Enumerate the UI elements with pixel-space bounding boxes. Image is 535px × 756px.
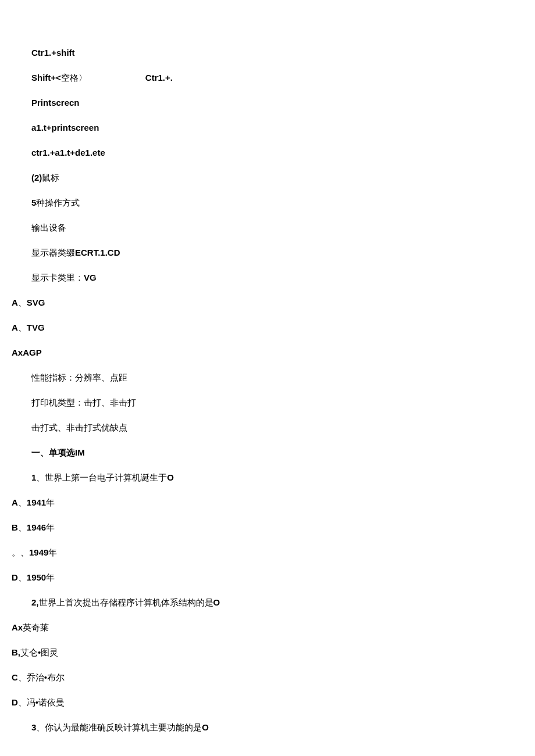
text-line: B、 1946年 (12, 521, 523, 533)
text-line: ctr1.+a1.t+de1.ete (12, 146, 523, 159)
text-span: (2) (31, 171, 42, 184)
text-line: AxAGP (12, 346, 523, 359)
text-span: SVG (27, 296, 45, 309)
text-span: 。、 (12, 546, 29, 558)
text-span: 、乔治•布尔 (18, 671, 65, 683)
text-span: Shift+< (31, 71, 61, 84)
text-line: 2,世界上首次提出存储程序计算机体系结构的是O (12, 596, 523, 608)
document-page: Ctr1.+shiftShift+<空格〉Ctr1.+.Printscrecna… (0, 0, 535, 756)
text-line: D、冯•诺依曼 (12, 696, 523, 708)
text-line: 击打式、非击打式优缺点 (12, 421, 523, 433)
text-line: 性能指标：分辨率、点距 (12, 371, 523, 384)
text-span: B, (12, 646, 20, 658)
text-span: 击打式、非击打式优缺点 (31, 421, 127, 433)
text-span: IM (75, 446, 85, 458)
text-span: 1946 (27, 521, 46, 533)
text-line: 输出设备 (12, 221, 523, 234)
text-span: 、冯•诺依曼 (18, 696, 65, 708)
text-line: 1、世界上第一台电子计算机诞生于O (12, 471, 523, 483)
text-line: Shift+<空格〉Ctr1.+. (12, 71, 523, 84)
text-span: 、 (18, 571, 27, 583)
text-span: AxAGP (12, 346, 42, 359)
text-span: O (202, 721, 209, 733)
text-span: 、 (18, 521, 27, 533)
text-span: 、 (18, 496, 27, 508)
text-span: 输出设备 (31, 221, 66, 234)
text-line: Ax英奇莱 (12, 621, 523, 633)
text-span: 年 (46, 496, 55, 508)
text-span: ECRT.1.CD (75, 246, 120, 259)
text-span: 2, (31, 596, 39, 608)
text-line: A、TVG (12, 321, 523, 334)
text-span: O (167, 471, 174, 483)
text-span: A (12, 496, 18, 508)
text-span: O (213, 596, 220, 608)
text-span: 性能指标：分辨率、点距 (31, 371, 127, 384)
text-span: 年 (46, 571, 55, 583)
text-line: C、乔治•布尔 (12, 671, 523, 683)
text-span: 艾仑•图灵 (20, 646, 58, 658)
text-line: 5种操作方式 (12, 196, 523, 209)
text-span: 〉 (79, 71, 87, 84)
text-span: A (12, 321, 18, 334)
text-span: 英奇莱 (23, 621, 49, 633)
text-span: 1941 (27, 496, 46, 508)
text-span: D (12, 571, 18, 583)
text-span: 3 (31, 721, 36, 733)
text-line: 一、单项选IM (12, 446, 523, 458)
text-span: Ctr1.+shift (31, 46, 75, 59)
text-line: (2)鼠标 (12, 171, 523, 184)
text-line: A、 1941年 (12, 496, 523, 508)
text-span: 显示卡类里： (31, 271, 84, 284)
text-line: D、1950年 (12, 571, 523, 583)
text-span: Printscrecn (31, 96, 80, 109)
text-span: VG (84, 271, 97, 284)
text-line: 显示器类缀ECRT.1.CD (12, 246, 523, 259)
text-span: B (12, 521, 18, 533)
text-span: Ax (12, 621, 23, 633)
text-span: 打印机类型：击打、非击打 (31, 396, 136, 409)
text-span: 显示器类缀 (31, 246, 75, 259)
text-line: B,艾仑•图灵 (12, 646, 523, 658)
text-span: Ctr1.+. (145, 71, 173, 84)
text-span: ctr1.+a1.t+de1.ete (31, 146, 105, 159)
text-span: C (12, 671, 18, 683)
text-line: Ctr1.+shift (12, 46, 523, 59)
text-line: 显示卡类里：VG (12, 271, 523, 284)
text-span: 种操作方式 (36, 196, 80, 209)
text-span: 空格 (61, 71, 79, 84)
text-span: 1950 (27, 571, 46, 583)
text-span: 、 (18, 296, 27, 309)
text-span: 、你认为最能准确反映计算机主要功能的是 (36, 721, 202, 733)
text-line: 3、你认为最能准确反映计算机主要功能的是O (12, 721, 523, 733)
text-span: 、 (18, 321, 27, 334)
text-span: 世界上首次提出存储程序计算机体系结构的是 (39, 596, 213, 608)
text-span: 、世界上第一台电子计算机诞生于 (36, 471, 167, 483)
text-span: 年 (48, 546, 57, 558)
text-span: 鼠标 (42, 171, 59, 184)
text-span: 5 (31, 196, 36, 209)
text-span: TVG (27, 321, 45, 334)
text-line: a1.t+printscreen (12, 121, 523, 134)
text-line: Printscrecn (12, 96, 523, 109)
text-span: D (12, 696, 18, 708)
text-span: 1 (31, 471, 36, 483)
text-span: a1.t+printscreen (31, 121, 99, 134)
text-span: 一、单项选 (31, 446, 75, 458)
text-line: 打印机类型：击打、非击打 (12, 396, 523, 409)
text-line: A、SVG (12, 296, 523, 309)
text-span: 1949 (29, 546, 48, 558)
text-line: 。、1949年 (12, 546, 523, 558)
text-span: 年 (46, 521, 55, 533)
text-span: A (12, 296, 18, 309)
